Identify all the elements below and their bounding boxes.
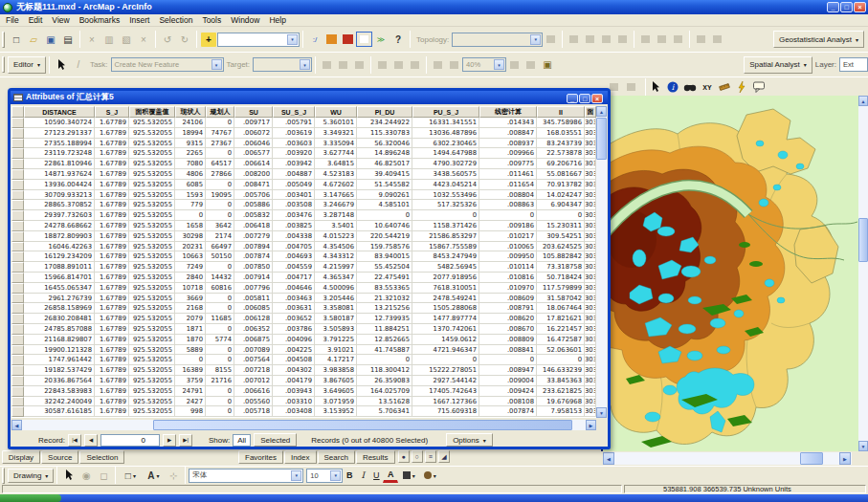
copy-icon[interactable]: ▥	[100, 32, 118, 48]
attributes-dialog[interactable]: Attributes of 汇总计算5 _ □ × DISTANCES_J面积覆…	[8, 88, 611, 449]
open-icon[interactable]: ▱	[25, 32, 42, 48]
dialog-title-bar[interactable]: Attributes of 汇总计算5 _ □ ×	[11, 91, 608, 104]
print-icon[interactable]: ▤	[59, 32, 77, 48]
drawing-menu-button[interactable]: Drawing▾	[8, 469, 54, 483]
editor-menu-button[interactable]: Editor▾	[8, 56, 46, 74]
select-elements-pointer-icon[interactable]	[647, 78, 664, 95]
redo-icon[interactable]: ↻	[176, 32, 193, 48]
zoom-percent-combo[interactable]: 40%▾	[462, 57, 506, 72]
row-selector[interactable]	[11, 148, 24, 159]
last-record-button[interactable]: ▶|	[179, 434, 192, 447]
column-header[interactable]: PU_S_J	[412, 106, 479, 118]
select-elements-pointer-icon[interactable]	[60, 469, 78, 483]
column-header[interactable]: SU	[234, 106, 273, 118]
column-header[interactable]: DISTANCE	[24, 106, 95, 118]
scroll-up-icon[interactable]: ▲	[858, 96, 868, 106]
map-scale-combo[interactable]: ▾	[217, 33, 300, 47]
doc-tab-index[interactable]: Index	[284, 450, 317, 464]
help-icon[interactable]: ?	[389, 32, 407, 48]
row-selector[interactable]	[11, 251, 24, 262]
row-selector[interactable]	[11, 118, 24, 128]
font-color-button[interactable]: A	[383, 469, 398, 483]
toolbar-icon[interactable]	[566, 32, 582, 47]
goto-xy-icon[interactable]: XY	[699, 78, 716, 95]
toolbar-icon[interactable]	[390, 57, 407, 73]
edit-vertices-icon[interactable]: ⊹	[165, 469, 182, 483]
toolbar-icon[interactable]	[654, 32, 670, 47]
column-header[interactable]: WU	[315, 106, 357, 118]
task-combo[interactable]: Create New Feature▾	[111, 57, 224, 72]
row-selector[interactable]	[11, 365, 24, 376]
scroll-left-icon[interactable]: ◀	[11, 420, 22, 430]
menu-window[interactable]: Window	[231, 15, 259, 25]
menu-insert[interactable]: Insert	[129, 15, 149, 25]
row-selector[interactable]	[11, 210, 24, 221]
title-bar[interactable]: 无标题111.mxd - ArcMap - ArcInfo _ □ ×	[0, 0, 868, 14]
map-vscroll-thumb[interactable]	[858, 218, 868, 262]
map-hscroll-thumb[interactable]	[800, 452, 823, 465]
geostatistical-analyst-button[interactable]: Geostatistical Analyst▾	[773, 31, 864, 48]
modelbuilder-icon[interactable]	[323, 32, 340, 47]
html-popup-callout-icon[interactable]	[750, 78, 768, 95]
toolbar-icon[interactable]	[523, 57, 539, 73]
row-selector[interactable]	[11, 231, 24, 242]
toolbar-icon[interactable]	[693, 32, 709, 47]
row-selector[interactable]	[11, 262, 24, 273]
panel-icon[interactable]: ○	[412, 450, 423, 463]
fill-color-button[interactable]: ▾	[419, 469, 440, 483]
toolbar-icon[interactable]	[446, 57, 462, 73]
grid-horizontal-scrollbar[interactable]: ◀ ▶	[11, 420, 596, 430]
column-header[interactable]: 规划人	[206, 106, 234, 118]
toolbar-icon[interactable]	[637, 32, 654, 47]
panel-icon[interactable]: ◢	[438, 450, 450, 463]
column-header[interactable]: SU_S_J	[273, 106, 315, 118]
hyperlink-lightning-icon[interactable]	[733, 78, 750, 95]
scroll-up-icon[interactable]: ▲	[596, 106, 607, 117]
font-size-combo[interactable]: 10▾	[306, 469, 343, 483]
row-selector[interactable]	[11, 335, 24, 345]
menu-view[interactable]: View	[52, 15, 69, 25]
row-selector[interactable]	[11, 128, 24, 139]
grid-vscroll-thumb[interactable]	[596, 118, 607, 160]
toc-tab-display[interactable]: Display	[2, 450, 40, 464]
toolbar-icon[interactable]	[614, 32, 631, 47]
panel-icon[interactable]: ≡	[425, 450, 436, 463]
line-color-button[interactable]: ▾	[398, 469, 419, 483]
column-header[interactable]: PI_DU	[357, 106, 412, 118]
toolbar-icon[interactable]	[670, 32, 686, 47]
toolbar-icon[interactable]	[319, 57, 335, 73]
underline-button[interactable]: U	[369, 469, 383, 483]
row-selector[interactable]	[11, 386, 24, 397]
row-selector[interactable]	[11, 397, 24, 407]
start-button[interactable]	[0, 494, 61, 502]
column-header[interactable]: 线密计算	[479, 106, 537, 118]
doc-tab-favorites[interactable]: Favorites	[238, 450, 283, 464]
scroll-left-icon[interactable]: ◀	[603, 452, 614, 465]
row-selector[interactable]	[11, 169, 24, 180]
cut-icon[interactable]: ×	[83, 32, 100, 48]
scroll-right-icon[interactable]: ▶	[839, 452, 851, 465]
command-window-icon[interactable]	[356, 32, 372, 47]
menu-bookmarks[interactable]: Bookmarks	[79, 15, 121, 25]
zoom-element-icon[interactable]: ◻	[95, 469, 112, 483]
row-selector[interactable]	[11, 200, 24, 210]
measure-icon[interactable]	[716, 78, 733, 95]
row-selector[interactable]	[11, 139, 24, 149]
font-family-combo[interactable]: 宋体▾	[189, 469, 303, 483]
editor-toolbar-icon[interactable]: :/	[306, 32, 323, 48]
dialog-close-button[interactable]: ×	[591, 94, 603, 103]
menu-tools[interactable]: Tools	[202, 15, 221, 25]
windows-taskbar[interactable]	[0, 494, 868, 502]
toc-tab-source[interactable]: Source	[41, 450, 78, 464]
dialog-maximize-button[interactable]: □	[579, 94, 590, 103]
topology-combo[interactable]: ▾	[452, 33, 543, 47]
row-selector[interactable]	[11, 221, 24, 231]
toolbar-icon[interactable]	[582, 32, 598, 47]
scroll-down-icon[interactable]: ▼	[858, 441, 868, 451]
bold-button[interactable]: B	[343, 469, 356, 483]
select-all-corner[interactable]	[11, 106, 24, 118]
row-selector[interactable]	[11, 190, 24, 201]
map-horizontal-scrollbar[interactable]: ◀ ▶	[603, 452, 852, 465]
toolbar-grip[interactable]	[2, 56, 5, 73]
toolbar-icon[interactable]	[430, 57, 446, 73]
